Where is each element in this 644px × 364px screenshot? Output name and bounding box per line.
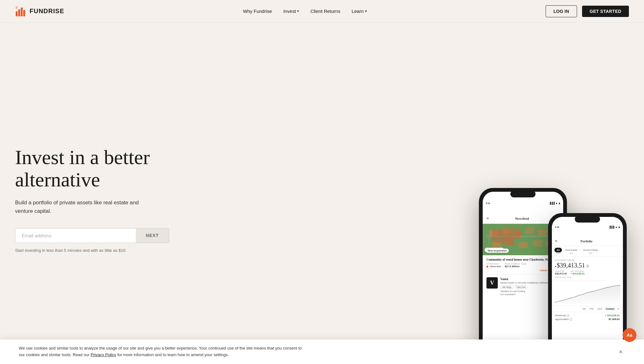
cookie-close-button[interactable]: × [616,348,625,356]
svg-rect-7 [502,229,510,234]
logo-icon [15,6,26,17]
p2-since: SINCE AUG 2019 [555,276,620,278]
svg-rect-17 [488,236,490,246]
p2-returns-value: + $14,238.21 [571,272,585,275]
p2-tab-growth[interactable]: Growth Equity 10% [581,248,600,254]
svg-rect-13 [519,242,528,248]
hero-note: Start investing in less than 5 minutes a… [15,248,204,253]
vanta-logo: V [486,277,498,289]
p1-status-icons: ▐▐▐ ▲ ▮ [549,202,560,205]
p1-investment-size: INVESTMENT SIZE $27.5 Million [505,263,527,268]
strategy-dot-icon [486,266,488,267]
p2-header-title: Portfolio [580,240,592,243]
svg-rect-12 [506,240,514,245]
svg-text:New acquisition: New acquisition [487,249,502,251]
p2-appreciation-label: Appreciation i [555,318,572,321]
svg-rect-1 [18,9,20,16]
p2-status-icons: ▐▐▐ ▲ ▮ [609,226,620,229]
p2-tab-realestate-pct: 90% [569,252,573,254]
p2-account-sub: INVESTED $32,672.93 NET RETURNS + $14,23… [555,270,620,275]
nav-actions: LOG IN GET STARTED [546,5,629,17]
p2-tab-all[interactable]: All 100% [554,248,562,254]
nav-learn[interactable]: Learn ▾ [352,8,367,14]
learn-chevron-icon: ▾ [365,9,367,13]
p1-signal-icon: ▐▐▐ [549,202,554,205]
cookie-text: We use cookies and similar tools to anal… [19,345,302,358]
nav-links: Why Fundrise Invest ▾ Client Returns Lea… [243,8,367,14]
p1-strategy-text: Value Add [490,265,501,268]
svg-rect-18 [485,248,504,252]
p2-period-qtd[interactable]: QTD [596,307,603,311]
svg-rect-6 [489,230,498,236]
p2-tab-realestate[interactable]: Real Estate 90% [563,248,580,254]
p2-appreciation-row: Appreciation i $7,309.01 [555,318,620,321]
p1-menu-icon: ≡ [486,216,489,221]
email-input[interactable] [15,228,136,243]
p2-dividends-label: Dividends i [555,314,569,317]
navbar: FUNDRISE Why Fundrise Invest ▾ Client Re… [0,0,644,23]
dividends-info-icon: i [567,314,569,317]
svg-rect-4 [16,6,18,9]
p1-strategy: STRATEGY Value Add [486,263,501,268]
svg-rect-11 [492,241,502,247]
nav-client-returns[interactable]: Client Returns [310,8,340,14]
get-started-button[interactable]: GET STARTED [582,6,629,17]
svg-rect-10 [538,230,547,236]
dynamic-island-1 [510,190,536,197]
cookie-privacy-link[interactable]: Privacy Policy [91,352,116,357]
p1-strategy-value: Value Add [486,265,501,268]
p2-account-section: ACCOUNT VALUE • $39,413.51 ⊕ INVESTED $3… [552,256,623,281]
p1-size-value: $27.5 Million [505,265,527,268]
logo[interactable]: FUNDRISE [15,6,64,17]
svg-rect-9 [525,228,535,234]
chart-svg [554,283,620,304]
svg-rect-14 [533,240,542,246]
cookie-banner: We use cookies and similar tools to anal… [0,339,644,364]
p2-expand-icon: ⊕ [586,263,590,269]
phone-mockups: 9:41 ▐▐▐ ▲ ▮ ≡ Newsfeed [455,23,644,364]
p2-invested-item: INVESTED $32,672.93 [555,270,567,275]
tag-data-infra: Data Infra [515,285,528,289]
p2-tab-all-pct: 100% [556,252,560,254]
p2-tab-growth-label: Growth Equity [581,248,600,252]
tag-mid-stage: Mid-Stage [500,285,514,289]
hero-content: Invest in a better alternative Build a p… [15,134,204,252]
p1-header-title: Newsfeed [489,217,555,220]
p2-account-value: $39,413.51 [557,262,585,269]
cookie-text-after: for more information and to learn how to… [116,352,229,357]
p2-time: 9:41 [555,226,559,228]
p2-header: ≡ Portfolio [552,229,623,246]
p2-period-1m[interactable]: 1M [581,307,587,311]
appreciation-info-icon: i [570,318,572,321]
p2-period-tabs: 1M YTD QTD Custom ▾ [552,306,623,312]
p2-dividends-value: + $14,238.21 [605,314,620,317]
hero-form: NEXT [15,228,169,243]
p2-menu-icon: ≡ [555,239,558,244]
p2-account-value-row: • $39,413.51 ⊕ [555,262,620,269]
svg-rect-3 [23,10,25,16]
hero-subtitle: Build a portfolio of private assets like… [15,198,147,215]
p2-period-ytd[interactable]: YTD [588,307,595,311]
p2-tab-growth-pct: 10% [589,252,592,254]
p1-time: 9:41 [486,202,490,204]
vanta-val-label: Valuation at Last Funding [500,290,525,293]
p2-account-label: ACCOUNT VALUE [555,259,620,261]
login-button[interactable]: LOG IN [546,5,577,17]
next-button[interactable]: NEXT [136,228,169,243]
p2-appreciation-value: $7,309.01 [608,318,620,321]
p2-signal-icon: ▐▐▐ [609,226,614,229]
hero-section: Invest in a better alternative Build a p… [0,0,644,364]
p2-dividends-row: Dividends i + $14,238.21 [555,314,620,317]
svg-rect-2 [21,8,23,16]
p1-battery-icon: ▮ [559,202,560,205]
accessibility-button[interactable]: Aa [623,328,636,342]
p2-period-dropdown-icon[interactable]: ▾ [617,307,620,311]
nav-why-fundrise[interactable]: Why Fundrise [243,8,272,14]
p2-returns-item: NET RETURNS + $14,238.21 [571,270,585,275]
dynamic-island-2 [575,216,600,223]
svg-rect-16 [486,236,558,237]
nav-invest[interactable]: Invest ▾ [283,8,299,14]
p2-period-custom[interactable]: Custom [605,307,615,311]
p2-returns-section: Dividends i + $14,238.21 Appreciation i … [552,312,623,323]
p2-tabs: All 100% Real Estate 90% Growth Equity 1… [552,246,623,256]
